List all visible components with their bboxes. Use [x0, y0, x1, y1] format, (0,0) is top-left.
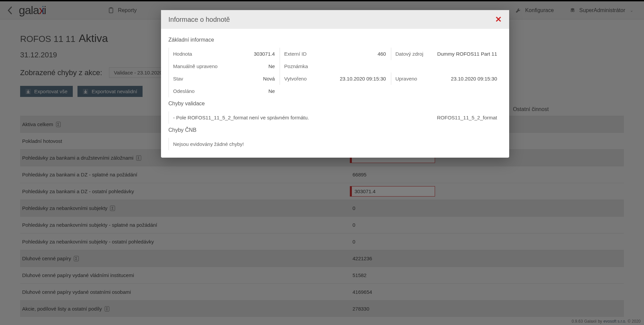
validation-error-row: - Pole ROFOS11_11_5_2_format není ve spr…	[168, 111, 502, 124]
field-vytvoreno: Vytvořeno23.10.2020 09:15:30	[279, 72, 390, 85]
cnb-no-errors: Nejsou evidovány žádné chyby!	[168, 138, 502, 150]
field-poznamka: Poznámka	[279, 60, 390, 72]
field-externi-id: Externí ID460	[279, 48, 390, 60]
close-icon[interactable]: ✕	[495, 15, 502, 24]
modal-section-validace: Chyby validace	[168, 101, 502, 107]
field-hodnota: Hodnota303071.4	[168, 48, 279, 60]
field-upraveno: Upraveno23.10.2020 09:15:30	[391, 72, 502, 85]
modal-section-cnb: Chyby ČNB	[168, 127, 502, 133]
validation-error-code: ROFOS11_11_5_2_format	[437, 115, 497, 120]
modal-title: Informace o hodnotě	[168, 16, 495, 23]
modal-info: Informace o hodnotě ✕ Základní informace…	[161, 10, 509, 158]
field-manualne-upraveno: Manuálně upravenoNe	[168, 60, 279, 72]
field-datovy-zdroj: Datový zdrojDummy ROFOS11 Part 11	[391, 48, 502, 60]
modal-section-basic: Základní informace	[168, 37, 502, 43]
field-odeslano: OdeslánoNe	[168, 85, 279, 97]
validation-error-message: - Pole ROFOS11_11_5_2_format není ve spr…	[173, 115, 309, 120]
field-stav: StavNová	[168, 72, 279, 85]
